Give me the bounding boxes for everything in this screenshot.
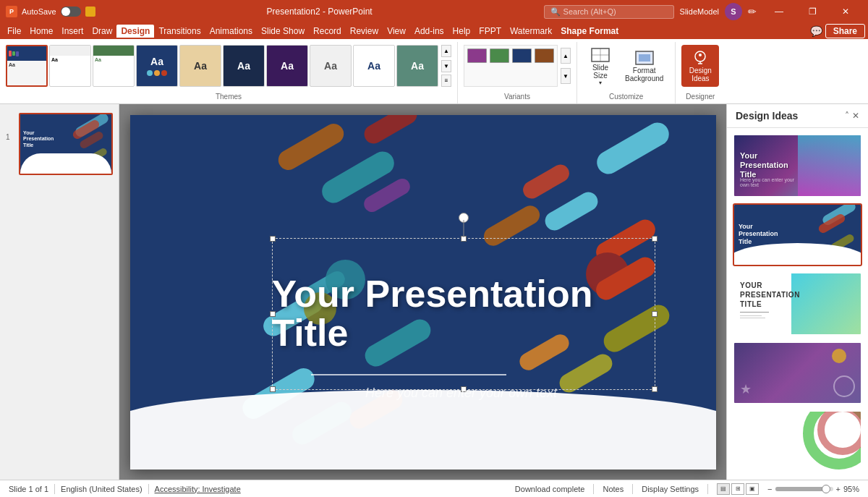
theme-6[interactable]: Aa [223,45,265,87]
menu-record[interactable]: Record [309,25,346,38]
user-avatar[interactable]: S [725,3,742,20]
theme-7[interactable]: Aa [266,45,308,87]
theme-1[interactable]: Aa [6,45,48,87]
design-idea-3[interactable]: YOURPRESENTATIONTITLE [733,272,862,336]
zoom-thumb[interactable] [822,485,830,493]
customize-label: Customize [609,93,643,103]
accessibility-status[interactable]: Accessibility: Investigate [155,485,241,493]
menu-help[interactable]: Help [448,25,475,38]
format-bg-label: Format Background [625,67,663,82]
designer-label: Designer [686,93,715,103]
status-bar: Slide 1 of 1 English (United States) Acc… [0,480,868,497]
slide-size-icon [589,46,612,64]
slide-size-btn[interactable]: Slide Size ▾ [583,43,618,89]
menu-file[interactable]: File [3,25,25,38]
theme-scroll-more[interactable]: ≡ [441,75,451,87]
view-reading-btn[interactable]: ▣ [746,483,759,495]
design-idea-1[interactable]: YourPresentationTitle Here you can enter… [733,134,862,197]
menu-slideshow[interactable]: Slide Show [257,25,309,38]
theme-4[interactable]: Aa [136,45,178,87]
status-right: Download complete Notes Display Settings… [515,483,859,495]
display-settings-btn[interactable]: Display Settings [642,485,699,493]
search-placeholder: Search (Alt+Q) [563,7,616,16]
rotate-handle[interactable] [459,213,469,223]
title-bar-left: P AutoSave [6,6,95,17]
autosave-toggle[interactable] [61,7,81,17]
slide-title[interactable]: Your Presentation Title [272,274,651,353]
themes-label: Themes [6,93,451,103]
slide-subtitle[interactable]: Here you can enter your own text [272,386,651,401]
format-bg-btn[interactable]: Format Background [619,46,669,85]
theme-9[interactable]: Aa [353,45,395,87]
thumb-title: YourPresentationTitle [23,130,82,148]
view-buttons: ▤ ⊞ ▣ [717,483,759,495]
variant-3[interactable] [512,48,532,63]
design-idea-2[interactable]: YourPresentationTitle [733,203,862,267]
slide-thumbnail-1[interactable]: YourPresentationTitle [19,113,113,175]
handle-tc[interactable] [461,236,467,242]
zoom-slider[interactable] [775,487,833,491]
variant-1[interactable] [467,48,487,63]
zoom-out-btn[interactable]: − [767,485,772,493]
menu-review[interactable]: Review [346,25,383,38]
menu-insert[interactable]: Insert [57,25,88,38]
shape-red-2 [519,161,572,202]
theme-2[interactable]: Aa [49,45,91,87]
theme-scroll-down[interactable]: ▼ [441,60,451,72]
rotate-line [463,220,464,237]
variants-group: ▲ ▼ Variants [458,42,577,103]
notes-btn[interactable]: Notes [603,485,624,493]
design-idea-4[interactable]: ★ [733,341,862,405]
theme-5[interactable]: Aa [179,45,221,87]
design-idea-5[interactable]: ★ [733,410,862,474]
menu-addins[interactable]: Add-ins [410,25,448,38]
view-normal-btn[interactable]: ▤ [717,483,730,495]
design-panel-collapse[interactable]: ˄ [845,111,849,121]
divider-5 [707,484,708,494]
menu-home[interactable]: Home [25,25,57,38]
zoom-in-btn[interactable]: + [836,485,841,493]
ribbon-content: Aa Aa Aa Aa Aa [0,39,868,104]
search-box[interactable]: 🔍 Search (Alt+Q) [544,5,674,19]
slide-panel: 1 YourPresentationTitle [0,104,119,480]
design-panel-controls: ˄ ✕ [845,111,859,121]
variant-scroll: ▲ ▼ [561,48,571,84]
zoom-level: 95% [843,485,859,493]
minimize-button[interactable]: — [762,0,796,23]
menu-design[interactable]: Design [116,25,154,38]
svg-point-8 [699,54,702,56]
menu-view[interactable]: View [383,25,410,38]
share-button[interactable]: Share [825,24,865,38]
theme-8[interactable]: Aa [310,45,352,87]
menu-shapeformat[interactable]: Shape Format [556,25,623,38]
share-area: 💬 Share [810,24,865,38]
menu-draw[interactable]: Draw [88,25,116,38]
design-panel-close-btn[interactable]: ✕ [852,111,859,121]
handle-br[interactable] [652,386,658,392]
close-button[interactable]: ✕ [829,0,862,23]
ribbon-menu: File Home Insert Draw Design Transitions… [0,23,868,39]
view-slide-sorter-btn[interactable]: ⊞ [731,483,744,495]
menu-animations[interactable]: Animations [205,25,257,38]
theme-10[interactable]: Aa [396,45,438,87]
handle-tl[interactable] [270,236,276,242]
variant-scroll-down[interactable]: ▼ [561,68,571,84]
comments-icon[interactable]: 💬 [810,25,822,37]
edit-icon[interactable]: ✏ [748,6,757,17]
menu-transitions[interactable]: Transitions [154,25,205,38]
menu-watermark[interactable]: Watermark [506,25,556,38]
shape-brown-1 [274,119,347,173]
restore-button[interactable]: ❐ [796,0,829,23]
variant-2[interactable] [490,48,509,63]
menu-fppt[interactable]: FPPT [475,25,506,38]
slide-size-label: Slide Size [592,64,608,80]
theme-scroll-up[interactable]: ▲ [441,45,451,57]
theme-3[interactable]: Aa [93,45,135,87]
variant-scroll-up[interactable]: ▲ [561,48,571,64]
variants-items: ▲ ▼ [464,42,571,93]
shape-darkred-1 [360,115,420,147]
slide-canvas[interactable]: Your Presentation Title Here you can ent… [130,115,716,470]
design-ideas-icon [689,49,712,67]
design-ideas-btn[interactable]: Design Ideas [681,45,719,87]
variant-4[interactable] [535,48,554,63]
